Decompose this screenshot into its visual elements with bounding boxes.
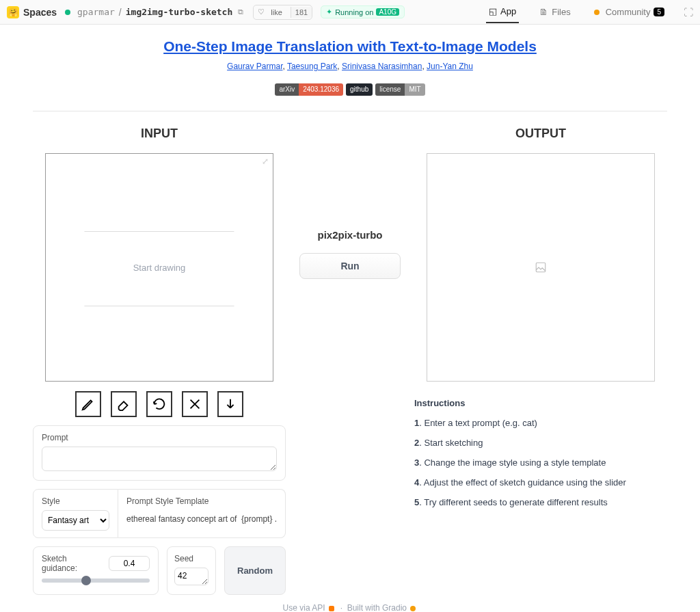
input-heading: INPUT <box>33 127 286 141</box>
clear-tool-button[interactable] <box>182 391 208 417</box>
like-button[interactable]: ♡ like 181 <box>253 5 312 20</box>
prompt-input[interactable] <box>42 447 277 471</box>
brand[interactable]: Spaces <box>23 7 57 18</box>
sketch-canvas[interactable]: ⤢ Start drawing <box>45 153 273 382</box>
copy-icon[interactable]: ⧉ <box>238 8 243 16</box>
instruction-item: Try different seeds to generate differen… <box>424 497 608 507</box>
eraser-tool-button[interactable] <box>111 391 137 417</box>
template-box: Prompt Style Template <box>118 489 286 538</box>
sketch-guidance-value[interactable] <box>109 556 150 571</box>
nav-community[interactable]: Community 5 <box>591 1 667 23</box>
instructions: Instructions 1. Enter a text prompt (e.g… <box>414 398 667 507</box>
gradio-link[interactable]: Built with Gradio <box>347 603 407 612</box>
instruction-item: Start sketching <box>424 438 483 448</box>
author-link[interactable]: Jun-Yan Zhu <box>427 62 473 71</box>
run-button[interactable]: Run <box>299 253 401 279</box>
instruction-item: Enter a text prompt (e.g. cat) <box>424 418 537 428</box>
instructions-title: Instructions <box>414 398 667 408</box>
author-link[interactable]: Taesung Park <box>287 62 337 71</box>
author-link[interactable]: Gaurav Parmar <box>227 62 282 71</box>
seed-label: Seed <box>174 554 208 563</box>
image-placeholder-icon <box>535 261 547 274</box>
community-count-badge: 5 <box>654 8 664 16</box>
footer: Use via API · Built with Gradio <box>33 603 667 612</box>
paper-title-link[interactable]: One-Step Image Translation with Text-to-… <box>163 38 537 54</box>
download-tool-button[interactable] <box>217 391 243 417</box>
seed-input[interactable]: 42 <box>174 568 208 585</box>
template-label: Prompt Style Template <box>126 496 277 506</box>
nav-app[interactable]: ◱ App <box>486 1 519 23</box>
like-count: 181 <box>291 7 312 18</box>
instruction-item: Adjust the effect of sketch guidance usi… <box>424 477 626 488</box>
svg-rect-0 <box>536 263 546 272</box>
style-label: Style <box>42 496 109 506</box>
api-link[interactable]: Use via API <box>283 603 325 612</box>
app-icon: ◱ <box>489 6 497 16</box>
output-heading: OUTPUT <box>414 127 667 141</box>
hardware-badge: A10G <box>376 8 399 16</box>
running-badge: ✦ Running on A10G <box>321 5 405 18</box>
model-title: pix2pix-turbo <box>317 229 382 241</box>
authors: Gaurav Parmar, Taesung Park, Srinivasa N… <box>33 62 667 71</box>
running-text: Running on <box>335 8 373 16</box>
pencil-tool-button[interactable] <box>75 391 101 417</box>
files-icon: 🗎 <box>539 7 548 17</box>
repo-link[interactable]: img2img-turbo-sketch <box>126 7 233 17</box>
separator: / <box>119 7 122 18</box>
github-badge[interactable]: github <box>346 83 373 96</box>
bolt-icon: ✦ <box>326 8 332 16</box>
canvas-expand-icon[interactable]: ⤢ <box>262 157 269 166</box>
template-input[interactable] <box>126 510 277 528</box>
style-select[interactable]: Fantasy art <box>42 510 109 531</box>
output-image <box>427 153 655 382</box>
sketch-guidance-label: Sketch guidance: <box>42 554 95 573</box>
canvas-placeholder: Start drawing <box>133 263 186 273</box>
sketch-guidance-box: Sketch guidance: <box>33 546 159 595</box>
sketch-guidance-slider[interactable] <box>42 578 150 583</box>
random-button[interactable]: Random <box>224 546 286 595</box>
author-link[interactable]: Srinivasa Narasimhan <box>342 62 422 71</box>
seed-box: Seed 42 <box>167 546 216 595</box>
undo-tool-button[interactable] <box>146 391 172 417</box>
expand-icon[interactable]: ⛶ <box>684 7 693 18</box>
instruction-item: Change the image style using a style tem… <box>424 457 606 468</box>
gradio-icon <box>410 606 416 611</box>
api-icon <box>329 606 334 611</box>
owner-link[interactable]: gparmar <box>77 7 115 17</box>
heart-icon: ♡ like <box>254 5 291 19</box>
nav-files[interactable]: 🗎 Files <box>537 1 573 23</box>
status-dot-icon <box>65 10 70 15</box>
divider <box>33 111 667 111</box>
hf-logo-icon: 🤗 <box>7 6 19 18</box>
prompt-label: Prompt <box>42 433 277 442</box>
topbar: 🤗 Spaces gparmar / img2img-turbo-sketch … <box>0 0 700 25</box>
license-badge[interactable]: licenseMIT <box>375 83 425 96</box>
style-box: Style Fantasy art <box>33 489 118 538</box>
arxiv-badge[interactable]: arXiv2403.12036 <box>275 83 343 96</box>
community-dot-icon <box>594 10 600 15</box>
prompt-box: Prompt <box>33 425 286 481</box>
